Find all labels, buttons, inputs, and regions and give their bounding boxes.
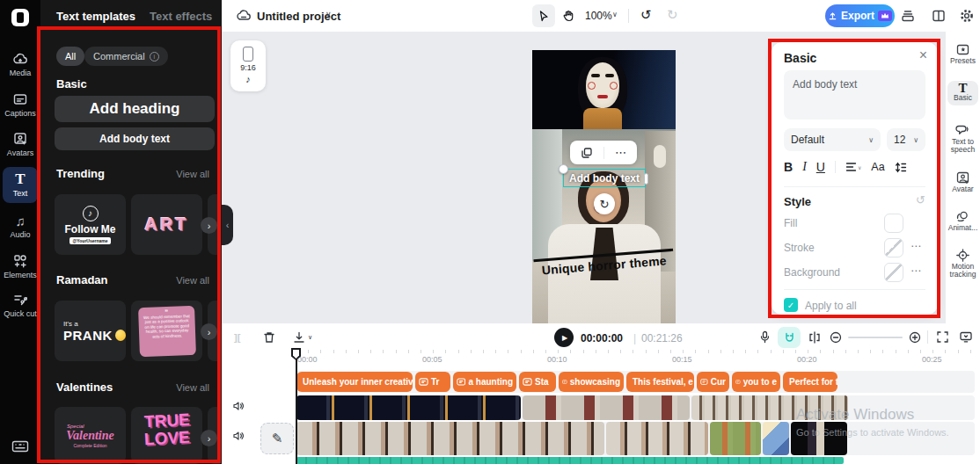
zoom-out-icon[interactable] [829, 330, 843, 344]
auto-snap-toggle[interactable] [778, 327, 801, 348]
fullscreen-icon[interactable] [936, 330, 949, 344]
add-heading-button[interactable]: Add heading [55, 96, 215, 122]
reset-style-icon[interactable]: ↺ [916, 193, 925, 207]
sidebar-item-media[interactable]: Media [0, 51, 40, 77]
fill-swatch[interactable] [884, 214, 903, 233]
hand-tool-button[interactable] [557, 4, 580, 27]
text-clip[interactable]: showcasing [559, 372, 624, 392]
rail-item-animation[interactable]: Animat... [946, 209, 980, 232]
template-card-ramadan-quote[interactable]: ” We should remember that just as a posi… [131, 301, 202, 361]
resize-handle-side[interactable] [644, 173, 648, 185]
ramadan-view-all[interactable]: View all [176, 275, 209, 286]
panel-collapse-handle[interactable]: ‹ [222, 205, 233, 245]
sidebar-item-elements[interactable]: Elements [0, 253, 40, 279]
rail-item-avatar[interactable]: Avatar [946, 170, 980, 193]
duplicate-icon[interactable] [581, 147, 593, 159]
aspect-ratio-card[interactable]: 9:16 ♪ [230, 40, 266, 91]
resize-handle-corner[interactable] [559, 164, 568, 174]
zoom-level-value[interactable]: 100% [585, 10, 612, 22]
layout-panels-icon[interactable] [931, 8, 947, 24]
video-clip-stitch[interactable] [763, 422, 789, 455]
video-clip-horror[interactable] [296, 395, 521, 420]
add-body-text-button[interactable]: Add body text [55, 127, 215, 150]
text-clip[interactable]: Sta [519, 372, 556, 392]
text-case-button[interactable]: Aa [871, 161, 884, 173]
bold-button[interactable]: B [784, 160, 793, 174]
split-clip-icon[interactable]: ][ [234, 332, 240, 343]
rotate-handle[interactable]: ↻ [594, 193, 615, 214]
italic-button[interactable]: I [802, 160, 807, 174]
font-family-select[interactable]: Default ∨ [784, 128, 881, 151]
shortcuts-keyboard-icon[interactable] [11, 439, 29, 453]
filter-commercial[interactable]: Commercial i [84, 47, 168, 66]
underline-button[interactable]: U [816, 160, 825, 174]
text-clip[interactable]: Perfect for t [783, 372, 837, 392]
sidebar-item-avatars[interactable]: Avatars [0, 131, 40, 157]
track1-mute-icon[interactable] [232, 400, 245, 412]
video-clip-fiona[interactable] [710, 422, 761, 455]
video-clip-woman-2[interactable] [606, 422, 708, 455]
rail-item-presets[interactable]: Presets [946, 42, 980, 65]
playhead-line[interactable] [296, 348, 297, 464]
ramadan-next-button[interactable]: › [201, 323, 217, 340]
selected-text-box[interactable]: Add body text [563, 169, 646, 187]
align-button[interactable]: ∨ [845, 162, 861, 172]
trending-view-all[interactable]: View all [176, 169, 209, 179]
rail-item-motion-tracking[interactable]: Motion tracking [946, 248, 980, 279]
line-spacing-button[interactable] [895, 162, 907, 173]
trending-next-button[interactable]: › [201, 217, 217, 234]
track2-mute-icon[interactable] [232, 430, 245, 442]
video-clip-woman-1[interactable] [296, 422, 604, 455]
text-clip[interactable]: Cur [697, 372, 729, 392]
preview-canvas[interactable]: 9:16 ♪ ‹ [222, 32, 946, 323]
template-card-prank[interactable]: It's a PRANK [55, 301, 126, 361]
rail-item-basic[interactable]: T Basic [947, 81, 978, 105]
timeline-ruler[interactable]: 00:00 00:05 00:10 00:15 00:20 00:25 [296, 350, 980, 367]
voiceover-mic-icon[interactable] [758, 330, 772, 344]
apply-to-all-checkbox[interactable]: ✓ [784, 298, 798, 312]
preview-display-icon[interactable] [959, 330, 973, 344]
play-button[interactable]: ▶ [554, 328, 574, 347]
text-clip[interactable]: Unleash your inner creativity w [296, 372, 413, 392]
sidebar-item-captions[interactable]: Captions [0, 91, 40, 118]
body-text-input[interactable]: Add body text [784, 70, 925, 120]
audio-clip[interactable] [296, 457, 844, 464]
edit-track-button[interactable]: ✎ [260, 423, 294, 454]
text-clip[interactable]: you to e [732, 372, 780, 392]
rail-item-text-to-speech[interactable]: Text to speech [946, 123, 980, 154]
template-card-valentine[interactable]: Special Valentine Complete Edition [55, 407, 126, 464]
background-more-icon[interactable]: ⋯ [911, 265, 922, 277]
zoom-chevron-icon[interactable]: ∨ [612, 11, 618, 18]
template-card-true-love[interactable]: TRUE LOVE [131, 407, 202, 464]
close-icon[interactable]: × [919, 47, 927, 63]
sidebar-item-text[interactable]: T Text [3, 167, 38, 203]
template-card-follow-me[interactable]: ♪ Follow Me @YourUsername [55, 194, 126, 255]
tab-text-effects[interactable]: Text effects [150, 10, 212, 23]
template-card-art[interactable]: ART [131, 194, 202, 255]
text-clip[interactable]: This festival, e [626, 372, 694, 392]
font-size-select[interactable]: 12 ∨ [887, 128, 925, 151]
project-menu-chevron-icon[interactable]: ∨ [325, 10, 332, 18]
settings-gear-icon[interactable] [959, 8, 975, 24]
capcut-logo[interactable] [11, 9, 29, 26]
video-clip-talking-head[interactable] [691, 395, 848, 420]
more-options-icon[interactable]: ⋯ [615, 146, 626, 159]
text-clip[interactable]: a haunting [453, 372, 516, 392]
delete-icon[interactable] [262, 330, 276, 344]
select-tool-button[interactable] [532, 4, 555, 27]
tab-text-templates[interactable]: Text templates [56, 10, 135, 23]
sidebar-item-quick-cut[interactable]: Quick cut [0, 292, 40, 318]
video-clip-sugar-skull[interactable] [523, 395, 690, 420]
export-button[interactable]: Export [825, 4, 895, 27]
redo-icon[interactable]: ↻ [667, 7, 678, 23]
stroke-more-icon[interactable]: ⋯ [911, 240, 922, 252]
video-clip-horror-2[interactable] [791, 422, 847, 455]
download-chevron-icon[interactable]: ∨ [308, 334, 312, 341]
undo-icon[interactable]: ↺ [640, 7, 652, 23]
download-icon[interactable] [292, 330, 306, 344]
stroke-swatch[interactable] [884, 238, 903, 257]
timeline-zoom-slider[interactable] [848, 337, 903, 338]
filter-all[interactable]: All [56, 47, 84, 66]
sidebar-item-audio[interactable]: ♫ Audio [0, 214, 40, 239]
zoom-in-icon[interactable] [908, 330, 922, 344]
